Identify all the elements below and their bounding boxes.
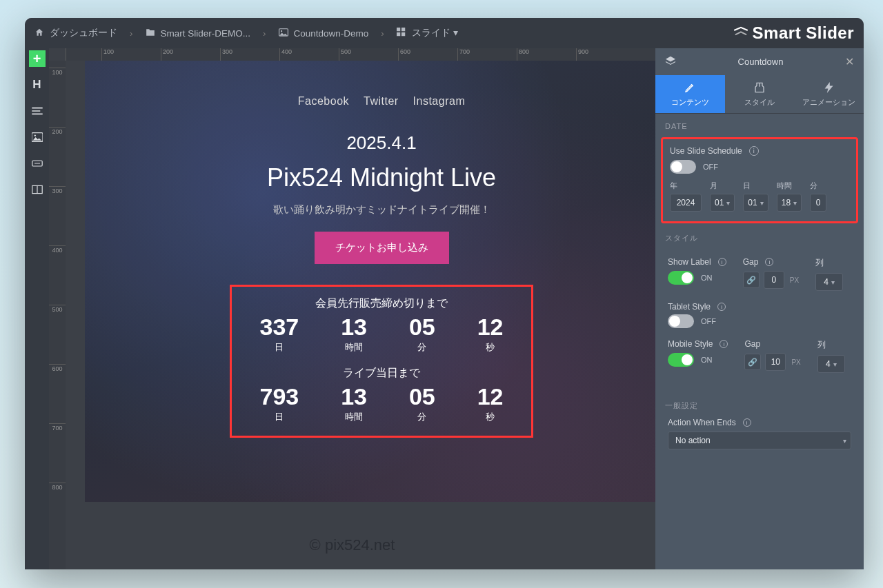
section-style-label: スタイル [655,230,864,247]
crumb-slides[interactable]: スライド ▾ [412,27,458,39]
panel-header: Countdown ✕ [655,48,864,75]
tablet-toggle[interactable] [668,314,694,328]
breadcrumb: ダッシュボード › Smart Slider-DEMO... › Countdo… [34,27,458,39]
grid-icon [397,28,406,39]
general-group: Action When Ends i No action ▾ [661,418,858,459]
panel-tabs: コンテンツ スタイル アニメーション [655,75,864,114]
social-twitter[interactable]: Twitter [358,95,404,107]
info-icon[interactable]: i [765,258,773,266]
right-panel: Countdown ✕ コンテンツ スタイル アニメーション DATE [655,48,864,569]
left-toolbar: + H [25,48,49,569]
ruler-horizontal: 100 200 300 400 500 600 700 800 900 [66,48,655,61]
date-inputs: 年 2024 月 01 ▾ 日 01 ▾ 時間 18 ▾ 分 0 [670,181,849,212]
link-icon[interactable]: 🔗 [744,354,761,370]
section-date-label: DATE [655,114,864,134]
countdown2-title: ライブ当日まで [239,366,524,381]
col-mobile-select[interactable]: 4 ▾ [817,355,845,373]
year-input[interactable]: 2024 [670,194,702,212]
svg-point-10 [34,134,35,136]
col-mobile-label: 列 [817,339,842,351]
gap-mobile-input[interactable]: 10 [765,353,786,371]
heading-tool[interactable]: H [29,77,46,93]
layers-icon[interactable] [665,56,676,68]
minute-input[interactable]: 0 [810,194,826,212]
style-group: Show Label i ON Gap i 🔗 0 PX [661,250,858,385]
tablet-style-label: Tablet Style [668,302,711,312]
chevron-right-icon: › [123,28,140,39]
folder-icon [146,28,155,39]
use-schedule-label: Use Slide Schedule [670,146,742,156]
crumb-slider[interactable]: Smart Slider-DEMO... [161,28,251,39]
image-tool[interactable] [29,129,46,145]
app-window: ダッシュボード › Smart Slider-DEMO... › Countdo… [25,18,864,569]
show-label-lab: Show Label [668,257,711,267]
col-label: 列 [815,257,840,269]
slide-title[interactable]: Pix524 Midnight Live [85,163,655,192]
info-icon[interactable]: i [743,418,751,427]
tab-content[interactable]: コンテンツ [655,75,725,113]
countdown1-title: 会員先行販売締め切りまで [239,296,524,311]
topbar: ダッシュボード › Smart Slider-DEMO... › Countdo… [25,18,864,48]
day-select[interactable]: 01 ▾ [743,194,768,212]
crumb-slide[interactable]: Countdown-Demo [294,28,369,39]
close-icon[interactable]: ✕ [845,55,854,68]
chevron-right-icon: › [374,28,391,39]
mobile-style-label: Mobile Style [668,339,713,349]
show-label-toggle[interactable] [668,271,694,285]
gap-label: Gap [743,257,759,267]
section-general-label: 一般設定 [655,392,864,415]
gap-input[interactable]: 0 [764,271,784,289]
chevron-right-icon: › [256,28,273,39]
gap-mobile-label: Gap [744,339,797,349]
link-icon[interactable]: 🔗 [743,272,760,288]
svg-rect-2 [397,28,400,31]
action-ends-select[interactable]: No action ▾ [668,432,851,449]
use-slide-schedule-row: Use Slide Schedule i [670,146,849,156]
add-button[interactable]: + [29,50,46,67]
image-icon [279,28,288,39]
toggle-state: OFF [703,163,718,171]
panel-title: Countdown [676,57,845,67]
svg-rect-3 [401,28,405,31]
svg-rect-5 [401,32,405,36]
use-schedule-toggle[interactable] [670,160,696,174]
text-tool[interactable] [29,103,46,119]
info-icon[interactable]: i [717,303,726,311]
social-facebook[interactable]: Facebook [292,95,355,107]
info-icon[interactable]: i [720,340,728,348]
tab-animation[interactable]: アニメーション [794,75,864,113]
svg-rect-4 [397,32,400,36]
watermark: © pix524.net [310,536,395,554]
hour-select[interactable]: 18 ▾ [777,194,802,212]
info-icon[interactable]: i [718,258,726,266]
ruler-vertical: 100 200 300 400 500 600 700 800 [49,61,66,569]
slide-date[interactable]: 2025.4.1 [85,132,655,154]
column-tool[interactable] [29,181,46,198]
countdown-highlight[interactable]: 会員先行販売締め切りまで 337日 13時間 05分 12秒 ライブ当日まで 7… [230,285,533,438]
tab-style[interactable]: スタイル [725,75,795,113]
countdown2-row: 793日 13時間 05分 12秒 [239,385,524,423]
date-group-highlight: Use Slide Schedule i OFF 年 2024 月 01 ▾ 日… [661,137,858,223]
cta-button[interactable]: チケットお申し込み [315,232,449,264]
home-icon[interactable] [34,28,44,39]
month-select[interactable]: 01 ▾ [710,194,735,212]
canvas[interactable]: 100 200 300 400 500 600 700 800 900 100 … [49,48,655,569]
col-select[interactable]: 4 ▾ [815,273,843,291]
slide-preview[interactable]: Facebook Twitter Instagram 2025.4.1 Pix5… [85,61,655,502]
mobile-toggle[interactable] [668,353,694,367]
svg-point-1 [280,30,281,32]
info-icon[interactable]: i [749,146,759,156]
social-instagram[interactable]: Instagram [408,95,471,107]
action-ends-label: Action When Ends [668,418,736,427]
product-logo: Smart Slider [732,23,854,43]
social-links: Facebook Twitter Instagram [85,95,655,108]
countdown1-row: 337日 13時間 05分 12秒 [239,315,524,354]
button-tool[interactable] [29,155,46,172]
crumb-dashboard[interactable]: ダッシュボード [50,27,117,39]
slide-subtitle[interactable]: 歌い踊り飲み明かすミッドナイトライブ開催！ [85,203,655,216]
main-row: + H 100 200 300 400 500 600 [25,48,864,569]
